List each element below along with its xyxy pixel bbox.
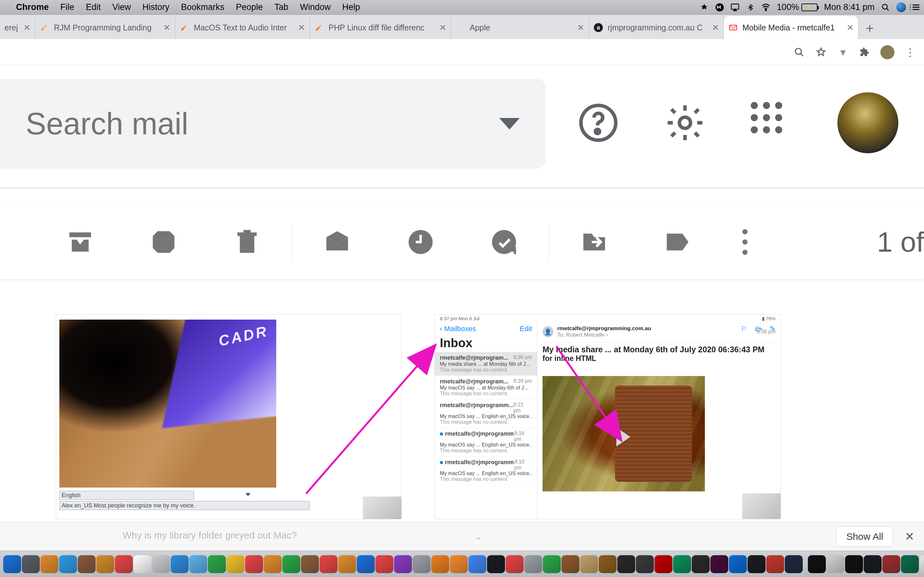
menubar-vm-icon[interactable] bbox=[700, 3, 709, 12]
dock-app-icon[interactable] bbox=[59, 555, 77, 573]
dock-app-icon[interactable] bbox=[580, 555, 598, 573]
ios-mail-list-item[interactable]: rmetcalfe@rjmprogram...8:36 pmMy media s… bbox=[435, 352, 537, 376]
menubar-bluetooth-icon[interactable] bbox=[746, 3, 755, 12]
tab-1[interactable]: RJM Programming Landing ✕ bbox=[35, 16, 175, 39]
tab-partial[interactable]: erej ✕ bbox=[0, 16, 35, 39]
language-dropdown[interactable]: English bbox=[59, 491, 194, 500]
settings-gear-icon[interactable] bbox=[664, 102, 706, 143]
dock-app-icon[interactable] bbox=[338, 555, 356, 573]
menubar-spotlight-icon[interactable] bbox=[881, 3, 890, 12]
tab-close-icon[interactable]: ✕ bbox=[163, 23, 170, 33]
delete-button[interactable] bbox=[205, 227, 289, 256]
tab-active[interactable]: Mobile Media - rmetcalfe1 ✕ bbox=[724, 16, 859, 39]
attachment-card-1[interactable]: English Alex en_US Most people recognize… bbox=[56, 314, 402, 519]
tab-5[interactable]: a rjmprogramming.com.au C ✕ bbox=[589, 16, 724, 39]
tab-close-icon[interactable]: ✕ bbox=[298, 23, 305, 33]
dock-app-icon[interactable] bbox=[171, 555, 189, 573]
gmail-search[interactable] bbox=[0, 79, 545, 169]
menu-help[interactable]: Help bbox=[342, 2, 360, 12]
dock-app-icon[interactable] bbox=[487, 555, 505, 573]
dock-app-icon[interactable] bbox=[748, 555, 766, 573]
dock-app-icon[interactable] bbox=[766, 555, 784, 573]
menu-history[interactable]: History bbox=[142, 2, 170, 12]
dock-app-icon[interactable] bbox=[226, 555, 244, 573]
dock-app-icon[interactable] bbox=[431, 555, 449, 573]
dock-app-icon[interactable] bbox=[375, 555, 393, 573]
tab-close-icon[interactable]: ✕ bbox=[846, 23, 854, 33]
ios-back-link[interactable]: ‹ Mailboxes bbox=[440, 325, 476, 333]
ios-folder-icon[interactable]: 🗁 bbox=[755, 325, 762, 333]
add-to-tasks-button[interactable] bbox=[462, 227, 546, 256]
dock-app-icon[interactable] bbox=[134, 555, 152, 573]
dock-app-icon[interactable] bbox=[710, 555, 728, 573]
dock-app-icon[interactable] bbox=[673, 555, 691, 573]
menubar-wifi-icon[interactable] bbox=[761, 3, 771, 12]
tab-close-icon[interactable]: ✕ bbox=[23, 23, 31, 33]
dock-app-icon[interactable] bbox=[919, 555, 924, 573]
dock-app-icon[interactable] bbox=[468, 555, 486, 573]
dock-app-icon[interactable] bbox=[357, 555, 375, 573]
new-tab-button[interactable]: ＋ bbox=[859, 16, 881, 39]
dock-app-icon[interactable] bbox=[808, 555, 826, 573]
account-avatar[interactable] bbox=[837, 92, 898, 153]
dock-app-icon[interactable] bbox=[264, 555, 282, 573]
dock-app-icon[interactable] bbox=[827, 555, 845, 573]
dock-app-icon[interactable] bbox=[282, 555, 300, 573]
menubar-battery[interactable]: 100% ⚡ bbox=[777, 2, 817, 12]
tab-4[interactable]: Apple ✕ bbox=[451, 16, 589, 39]
menu-people[interactable]: People bbox=[236, 2, 263, 12]
attachment-card-2[interactable]: 8:37 pm Mon 6 Jul ▮ 76% ‹ Mailboxes Edit… bbox=[435, 314, 781, 519]
dock-app-icon[interactable] bbox=[22, 555, 40, 573]
dock-app-icon[interactable] bbox=[864, 555, 882, 573]
dock-app-icon[interactable] bbox=[189, 555, 207, 573]
dock-app-icon[interactable] bbox=[882, 555, 900, 573]
dock-app-icon[interactable] bbox=[845, 555, 863, 573]
menubar-notification-icon[interactable] bbox=[913, 5, 919, 10]
dock-app-icon[interactable] bbox=[115, 555, 133, 573]
dock-app-icon[interactable] bbox=[654, 555, 672, 573]
search-input[interactable] bbox=[26, 106, 411, 141]
ios-mail-list-item[interactable]: rmetcalfe@rjmprogram...8:28 pmMy macOS s… bbox=[435, 376, 537, 400]
menubar-m-icon[interactable] bbox=[715, 3, 724, 12]
ios-mail-list-item[interactable]: rmetcalfe@rjmprogramm...8:21 pmMy macOS … bbox=[435, 400, 537, 428]
ios-edit-link[interactable]: Edit bbox=[520, 325, 532, 333]
menubar-siri-icon[interactable] bbox=[897, 3, 906, 12]
zoom-icon[interactable] bbox=[793, 46, 805, 58]
google-apps-icon[interactable] bbox=[751, 102, 792, 143]
dock-app-icon[interactable] bbox=[152, 555, 170, 573]
dock-app-icon[interactable] bbox=[301, 555, 319, 573]
tab-2[interactable]: MacOS Text to Audio Inter ✕ bbox=[175, 16, 310, 39]
dock-app-icon[interactable] bbox=[561, 555, 580, 573]
menubar-airplay-icon[interactable] bbox=[730, 3, 740, 12]
dock-app-icon[interactable] bbox=[96, 555, 114, 573]
search-options-icon[interactable] bbox=[499, 118, 520, 129]
dock-app-icon[interactable] bbox=[524, 555, 542, 573]
tab-close-icon[interactable]: ✕ bbox=[712, 23, 719, 33]
dock-app-icon[interactable] bbox=[599, 555, 617, 573]
bookmark-star-icon[interactable] bbox=[815, 46, 827, 58]
voice-dropdown[interactable]: Alex en_US Most people recognize me by m… bbox=[59, 501, 310, 510]
ios-mail-list-item[interactable]: rmetcalfe@rjmprogramm...8:10 pmMy macOS … bbox=[435, 456, 537, 485]
dock-app-icon[interactable] bbox=[40, 555, 58, 573]
chrome-menu-icon[interactable]: ⋮ bbox=[904, 46, 916, 58]
dock-app-icon[interactable] bbox=[901, 555, 919, 573]
more-actions-button[interactable] bbox=[719, 229, 771, 255]
menu-edit[interactable]: Edit bbox=[86, 2, 101, 12]
tab-3[interactable]: PHP Linux diff file differenc ✕ bbox=[310, 16, 451, 39]
active-app-name[interactable]: Chrome bbox=[16, 2, 49, 12]
move-to-button[interactable] bbox=[552, 227, 636, 256]
menu-bookmarks[interactable]: Bookmarks bbox=[181, 2, 224, 12]
menu-tab[interactable]: Tab bbox=[274, 2, 288, 12]
close-download-bar-icon[interactable]: ✕ bbox=[905, 530, 914, 543]
mark-unread-button[interactable] bbox=[296, 227, 379, 256]
dock-app-icon[interactable] bbox=[450, 555, 468, 573]
menu-file[interactable]: File bbox=[60, 2, 74, 12]
play-icon[interactable] bbox=[616, 427, 630, 446]
ios-compose-icon[interactable]: ✎ bbox=[770, 325, 775, 333]
dock-app-icon[interactable] bbox=[692, 555, 710, 573]
dock-app-icon[interactable] bbox=[320, 555, 338, 573]
dock-app-icon[interactable] bbox=[3, 555, 21, 573]
dock-app-icon[interactable] bbox=[617, 555, 635, 573]
macos-dock[interactable] bbox=[0, 551, 924, 577]
dock-app-icon[interactable] bbox=[785, 555, 803, 573]
